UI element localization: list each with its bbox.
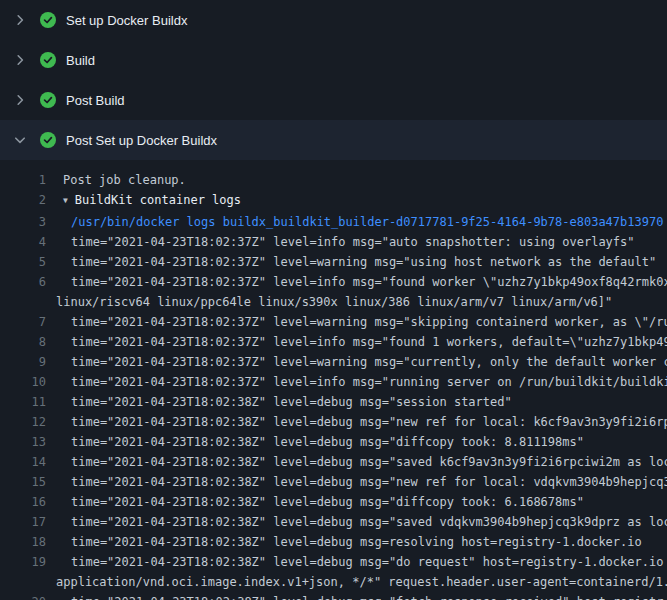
log-line-number[interactable]: 3 [0, 212, 46, 232]
log-text-continuation: linux/riscv64 linux/ppc64le linux/s390x … [56, 292, 667, 312]
log-text: time="2021-04-23T18:02:38Z" level=debug … [46, 592, 667, 600]
chevron-down-icon [12, 132, 28, 148]
log-line-number[interactable]: 18 [0, 532, 46, 552]
log-line: 9time="2021-04-23T18:02:37Z" level=warni… [0, 352, 667, 372]
log-line: 18time="2021-04-23T18:02:38Z" level=debu… [0, 532, 667, 552]
log-line-number[interactable]: 1 [0, 170, 46, 190]
log-line: 5time="2021-04-23T18:02:37Z" level=warni… [0, 252, 667, 272]
log-text: time="2021-04-23T18:02:37Z" level=warnin… [46, 252, 667, 272]
log-text: time="2021-04-23T18:02:37Z" level=info m… [46, 272, 667, 312]
log-line: 14time="2021-04-23T18:02:38Z" level=debu… [0, 452, 667, 472]
log-line: 7time="2021-04-23T18:02:37Z" level=warni… [0, 312, 667, 332]
chevron-right-icon [12, 52, 28, 68]
log-group-toggle[interactable]: ▼BuildKit container logs [46, 190, 667, 212]
log-line-number[interactable]: 20 [0, 592, 46, 600]
check-circle-icon [40, 52, 56, 68]
log-text: time="2021-04-23T18:02:37Z" level=info m… [46, 332, 667, 352]
log-line: 20time="2021-04-23T18:02:38Z" level=debu… [0, 592, 667, 600]
step-title: Post Build [66, 93, 125, 108]
log-line: 17time="2021-04-23T18:02:38Z" level=debu… [0, 512, 667, 532]
log-text-continuation: application/vnd.oci.image.index.v1+json,… [56, 572, 667, 592]
check-circle-icon [40, 12, 56, 28]
step-log: 1Post job cleanup.2▼BuildKit container l… [0, 160, 667, 600]
chevron-right-icon [12, 92, 28, 108]
log-line: 12time="2021-04-23T18:02:38Z" level=debu… [0, 412, 667, 432]
log-line-number[interactable]: 11 [0, 392, 46, 412]
log-text: time="2021-04-23T18:02:38Z" level=debug … [46, 492, 667, 512]
workflow-log-panel: Set up Docker Buildx Build Post Build Po… [0, 0, 667, 600]
log-text: time="2021-04-23T18:02:38Z" level=debug … [46, 432, 667, 452]
log-line-number[interactable]: 14 [0, 452, 46, 472]
step-title: Set up Docker Buildx [66, 13, 187, 28]
log-line-number[interactable]: 7 [0, 312, 46, 332]
log-line-number[interactable]: 8 [0, 332, 46, 352]
log-text: time="2021-04-23T18:02:37Z" level=warnin… [46, 312, 667, 332]
log-line-number[interactable]: 2 [0, 190, 46, 212]
step-header-post-set-up-docker-buildx[interactable]: Post Set up Docker Buildx [0, 120, 667, 160]
log-line-number[interactable]: 13 [0, 432, 46, 452]
log-line: 11time="2021-04-23T18:02:38Z" level=debu… [0, 392, 667, 412]
log-line-number[interactable]: 9 [0, 352, 46, 372]
log-line-number[interactable]: 15 [0, 472, 46, 492]
log-text: time="2021-04-23T18:02:37Z" level=info m… [46, 372, 667, 392]
log-line-number[interactable]: 12 [0, 412, 46, 432]
log-text: time="2021-04-23T18:02:37Z" level=warnin… [46, 352, 667, 372]
log-line: 3/usr/bin/docker logs buildx_buildkit_bu… [0, 212, 667, 232]
log-text: time="2021-04-23T18:02:38Z" level=debug … [46, 532, 667, 552]
log-line-number[interactable]: 4 [0, 232, 46, 252]
check-circle-icon [40, 132, 56, 148]
log-line-number[interactable]: 6 [0, 272, 46, 312]
log-line: 6time="2021-04-23T18:02:37Z" level=info … [0, 272, 667, 312]
log-line: 1Post job cleanup. [0, 170, 667, 190]
step-title: Build [66, 53, 95, 68]
log-line: 4time="2021-04-23T18:02:37Z" level=info … [0, 232, 667, 252]
log-command-text: /usr/bin/docker logs buildx_buildkit_bui… [46, 212, 667, 232]
check-circle-icon [40, 92, 56, 108]
log-line: 2▼BuildKit container logs [0, 190, 667, 212]
log-text: time="2021-04-23T18:02:38Z" level=debug … [46, 472, 667, 492]
log-line: 19time="2021-04-23T18:02:38Z" level=debu… [0, 552, 667, 592]
log-line-number[interactable]: 16 [0, 492, 46, 512]
log-text: time="2021-04-23T18:02:38Z" level=debug … [46, 412, 667, 432]
log-line: 15time="2021-04-23T18:02:38Z" level=debu… [0, 472, 667, 492]
log-text: time="2021-04-23T18:02:38Z" level=debug … [46, 452, 667, 472]
log-line-number[interactable]: 10 [0, 372, 46, 392]
log-text: time="2021-04-23T18:02:38Z" level=debug … [46, 552, 667, 592]
chevron-right-icon [12, 12, 28, 28]
triangle-down-icon: ▼ [63, 191, 68, 211]
log-line: 13time="2021-04-23T18:02:38Z" level=debu… [0, 432, 667, 452]
step-header-set-up-docker-buildx[interactable]: Set up Docker Buildx [0, 0, 667, 40]
log-line: 10time="2021-04-23T18:02:37Z" level=info… [0, 372, 667, 392]
log-text: time="2021-04-23T18:02:38Z" level=debug … [46, 512, 667, 532]
log-line-number[interactable]: 19 [0, 552, 46, 592]
log-text: time="2021-04-23T18:02:38Z" level=debug … [46, 392, 667, 412]
log-line: 16time="2021-04-23T18:02:38Z" level=debu… [0, 492, 667, 512]
step-header-post-build[interactable]: Post Build [0, 80, 667, 120]
log-line-number[interactable]: 5 [0, 252, 46, 272]
log-text: Post job cleanup. [46, 170, 667, 190]
log-line-number[interactable]: 17 [0, 512, 46, 532]
step-header-build[interactable]: Build [0, 40, 667, 80]
step-title: Post Set up Docker Buildx [66, 133, 217, 148]
log-line: 8time="2021-04-23T18:02:37Z" level=info … [0, 332, 667, 352]
log-text: time="2021-04-23T18:02:37Z" level=info m… [46, 232, 667, 252]
